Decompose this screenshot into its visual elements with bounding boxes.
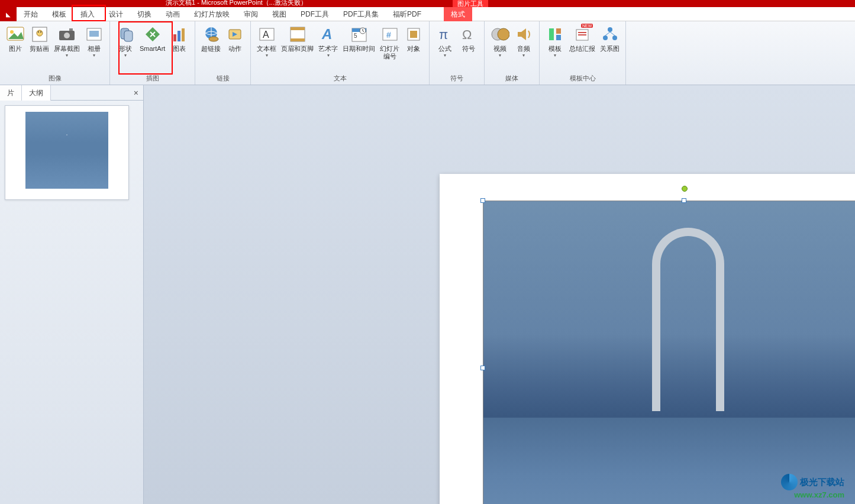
smartart-icon xyxy=(143,25,162,44)
svg-point-5 xyxy=(40,31,41,33)
tab-slideshow[interactable]: 幻灯片放映 xyxy=(187,7,237,21)
svg-text:#: # xyxy=(386,30,391,40)
btn-album[interactable]: 相册▾ xyxy=(82,24,106,59)
tab-review[interactable]: 审阅 xyxy=(237,7,265,21)
datetime-icon: 5 xyxy=(350,25,369,44)
tab-transition[interactable]: 切换 xyxy=(130,7,159,21)
group-label-links: 链接 xyxy=(195,73,250,85)
svg-point-1 xyxy=(10,30,14,34)
btn-headerfooter[interactable]: 页眉和页脚 xyxy=(279,24,316,54)
resize-handle-tm[interactable] xyxy=(682,198,686,203)
tab-design[interactable]: 设计 xyxy=(102,7,130,21)
group-illustration: 形状▾ SmartArt 图表 插图 xyxy=(110,21,195,85)
slide-canvas[interactable] xyxy=(144,85,855,504)
svg-rect-38 xyxy=(556,28,561,34)
btn-symbol[interactable]: Ω 符号 xyxy=(457,24,480,54)
tab-slides-thumb[interactable]: 片 xyxy=(0,85,22,101)
thumbnail-image xyxy=(25,112,108,189)
headerfooter-icon xyxy=(288,25,307,44)
watermark: 极光下载站 www.xz7.com xyxy=(781,474,844,499)
tab-foxit[interactable]: 福昕PDF xyxy=(386,7,428,21)
resize-handle-ml[interactable] xyxy=(480,366,485,370)
resize-handle-tl[interactable] xyxy=(480,198,485,203)
group-label-text: 文本 xyxy=(251,73,429,85)
btn-video[interactable]: 视频▾ xyxy=(488,24,512,59)
svg-rect-23 xyxy=(291,38,305,41)
tab-format[interactable]: 格式 xyxy=(444,7,472,21)
svg-rect-13 xyxy=(173,34,176,41)
context-tool-tab[interactable]: 图片工具 xyxy=(453,0,488,7)
summary-icon: NEW xyxy=(573,25,592,44)
tab-outline[interactable]: 大纲 xyxy=(22,85,51,101)
picture-icon xyxy=(6,25,25,44)
group-label-media: 媒体 xyxy=(485,73,539,85)
tab-home[interactable]: 开始 xyxy=(17,7,45,21)
btn-relation[interactable]: 关系图 xyxy=(598,24,622,54)
image-bridge-arch xyxy=(652,228,724,411)
svg-rect-14 xyxy=(178,31,180,41)
textbox-icon: A xyxy=(257,25,276,44)
svg-rect-32 xyxy=(410,31,417,38)
svg-text:A: A xyxy=(321,26,332,42)
file-tab[interactable]: ◣ xyxy=(0,7,17,21)
btn-tpl[interactable]: 模板▾ xyxy=(543,24,567,59)
svg-rect-37 xyxy=(549,28,554,40)
group-label-image: 图像 xyxy=(0,73,109,85)
svg-point-45 xyxy=(612,35,617,40)
slide-thumbnail-1[interactable] xyxy=(5,105,129,200)
group-links: 超链接 动作 链接 xyxy=(195,21,251,85)
svg-point-44 xyxy=(603,35,608,40)
watermark-logo-icon xyxy=(781,474,798,490)
workspace: 片 大纲 × xyxy=(0,85,855,504)
rotate-handle[interactable] xyxy=(682,186,688,192)
group-label-illus: 插图 xyxy=(110,73,195,85)
tab-pdf1[interactable]: PDF工具 xyxy=(293,7,336,21)
btn-picture[interactable]: 图片 xyxy=(4,24,27,54)
btn-clipart[interactable]: 剪贴画 xyxy=(27,24,51,54)
svg-rect-15 xyxy=(182,28,185,41)
template-icon xyxy=(546,25,564,44)
tab-pdf2[interactable]: PDF工具集 xyxy=(336,7,386,21)
btn-smartart[interactable]: SmartArt xyxy=(137,24,167,54)
tab-template[interactable]: 模板 xyxy=(45,7,73,21)
btn-object[interactable]: 对象 xyxy=(402,24,425,54)
btn-chart[interactable]: 图表 xyxy=(167,24,191,54)
svg-point-3 xyxy=(37,30,43,36)
selected-image[interactable] xyxy=(483,201,855,504)
group-label-symbol: 符号 xyxy=(430,73,484,85)
btn-hyperlink[interactable]: 超链接 xyxy=(199,24,223,54)
svg-text:Ω: Ω xyxy=(462,27,472,42)
tab-insert[interactable]: 插入 xyxy=(73,7,102,21)
thumbnail-list[interactable] xyxy=(0,101,143,504)
wordart-icon: A xyxy=(319,25,338,44)
svg-text:A: A xyxy=(263,30,269,40)
relation-icon xyxy=(601,25,620,44)
tab-view[interactable]: 视图 xyxy=(265,7,293,21)
btn-screenshot[interactable]: 屏幕截图▾ xyxy=(51,24,82,59)
camera-icon xyxy=(57,25,76,44)
btn-action[interactable]: 动作 xyxy=(223,24,247,54)
title-bar: 演示文稿1 - Microsoft PowerPoint（...激活失败） 图片… xyxy=(0,0,855,7)
svg-point-36 xyxy=(498,28,509,40)
watermark-name: 极光下载站 xyxy=(800,477,844,488)
svg-rect-41 xyxy=(578,32,586,33)
group-image: 图片 剪贴画 屏幕截图▾ 相册▾ 图像 xyxy=(0,21,110,85)
btn-datetime[interactable]: 5 日期和时间 xyxy=(340,24,378,54)
tab-animation[interactable]: 动画 xyxy=(159,7,187,21)
window-title: 演示文稿1 - Microsoft PowerPoint（...激活失败） xyxy=(166,0,307,7)
btn-equation[interactable]: π 公式▾ xyxy=(433,24,457,59)
btn-wordart[interactable]: A 艺术字▾ xyxy=(316,24,340,59)
btn-textbox[interactable]: A 文本框▾ xyxy=(254,24,279,59)
btn-audio[interactable]: 音频▾ xyxy=(512,24,535,59)
btn-shapes[interactable]: 形状▾ xyxy=(114,24,137,59)
ribbon: 图片 剪贴画 屏幕截图▾ 相册▾ 图像 形状▾ xyxy=(0,21,855,85)
svg-point-17 xyxy=(209,37,218,41)
omega-icon: Ω xyxy=(459,25,478,44)
shapes-icon xyxy=(116,25,135,44)
btn-summary[interactable]: NEW 总结汇报 xyxy=(567,24,598,54)
svg-rect-39 xyxy=(556,35,561,40)
btn-slidenum[interactable]: # 幻灯片 编号 xyxy=(378,24,402,62)
svg-rect-42 xyxy=(578,34,586,35)
group-label-tplctr: 模板中心 xyxy=(540,73,625,85)
close-panel-icon[interactable]: × xyxy=(134,88,138,98)
